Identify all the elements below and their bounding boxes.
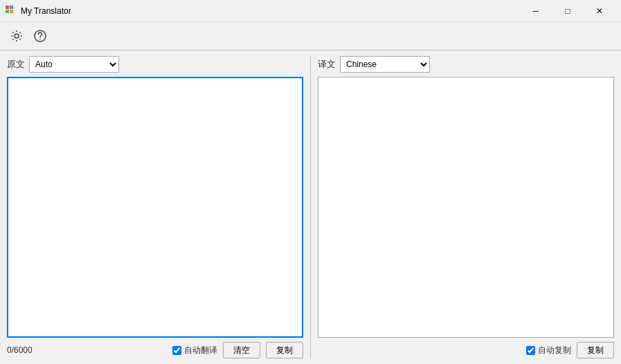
auto-translate-checkbox[interactable] <box>172 346 181 355</box>
target-panel-header: 译文 Chinese English Japanese Korean Frenc… <box>318 56 614 73</box>
auto-copy-checkbox[interactable] <box>526 346 535 355</box>
gear-icon <box>10 30 23 42</box>
svg-point-4 <box>15 34 19 38</box>
target-lang-select[interactable]: Chinese English Japanese Korean French G… <box>340 56 430 73</box>
help-icon <box>34 30 46 42</box>
toolbar <box>0 22 621 50</box>
target-copy-button[interactable]: 复制 <box>577 342 614 358</box>
target-panel-footer: 自动复制 复制 <box>318 342 614 358</box>
source-textarea[interactable] <box>7 77 303 338</box>
source-panel-header: 原文 Auto English Chinese Japanese Korean … <box>7 56 303 73</box>
settings-button[interactable] <box>7 26 26 46</box>
target-label: 译文 <box>318 58 336 71</box>
window-controls: ─ □ ✕ <box>520 0 615 22</box>
source-label: 原文 <box>7 58 25 71</box>
target-panel: 译文 Chinese English Japanese Korean Frenc… <box>311 51 621 364</box>
svg-rect-3 <box>10 10 13 13</box>
svg-point-6 <box>39 39 41 40</box>
main-content: 原文 Auto English Chinese Japanese Korean … <box>0 51 621 364</box>
close-button[interactable]: ✕ <box>584 0 615 22</box>
minimize-button[interactable]: ─ <box>520 0 552 22</box>
source-panel: 原文 Auto English Chinese Japanese Korean … <box>0 51 310 364</box>
svg-rect-1 <box>10 6 13 9</box>
clear-button[interactable]: 清空 <box>223 342 260 358</box>
maximize-button[interactable]: □ <box>552 0 584 22</box>
source-panel-footer: 0/6000 自动翻译 清空 复制 <box>7 342 303 358</box>
auto-copy-label[interactable]: 自动复制 <box>526 345 571 356</box>
auto-translate-label[interactable]: 自动翻译 <box>172 345 217 356</box>
svg-rect-0 <box>6 6 9 9</box>
svg-rect-2 <box>6 10 9 13</box>
title-bar: My Translator ─ □ ✕ <box>0 0 621 22</box>
help-button[interactable] <box>30 26 50 46</box>
window-title: My Translator <box>21 6 520 16</box>
source-lang-select[interactable]: Auto English Chinese Japanese Korean Fre… <box>29 56 119 73</box>
source-copy-button[interactable]: 复制 <box>266 342 303 358</box>
char-count: 0/6000 <box>7 345 48 355</box>
app-icon <box>6 6 17 17</box>
target-textarea[interactable] <box>318 77 614 338</box>
